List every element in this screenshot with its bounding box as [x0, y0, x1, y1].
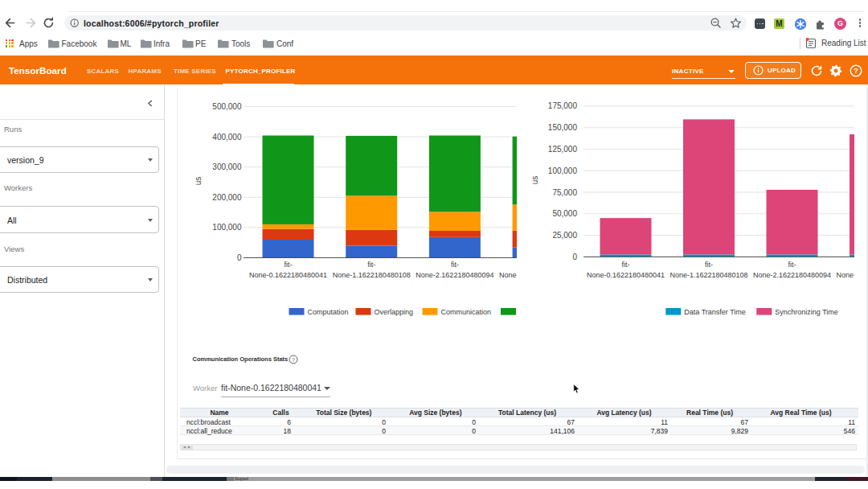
svg-text:0: 0 — [572, 253, 577, 261]
svg-text:500,000: 500,000 — [212, 102, 242, 111]
svg-text:?: ? — [854, 67, 858, 75]
svg-text:fit-: fit- — [705, 261, 713, 269]
svg-text:None-1.1622180480108: None-1.1622180480108 — [333, 271, 411, 279]
svg-text:None-0.1622180480041: None-0.1622180480041 — [587, 271, 665, 279]
svg-text:0: 0 — [237, 253, 242, 262]
svg-text:50,000: 50,000 — [552, 209, 577, 218]
svg-text:300,000: 300,000 — [212, 162, 242, 171]
svg-text:fit-: fit- — [367, 261, 375, 269]
svg-text:Overlapping: Overlapping — [375, 308, 414, 316]
svg-text:125,000: 125,000 — [548, 145, 578, 154]
svg-text:Computation: Computation — [308, 308, 349, 316]
svg-text:us: us — [194, 177, 203, 186]
svg-text:Data Transfer Time: Data Transfer Time — [684, 308, 746, 316]
svg-text:200,000: 200,000 — [212, 193, 242, 202]
svg-text:Synchronizing Time: Synchronizing Time — [775, 308, 838, 316]
svg-text:fit-: fit- — [451, 261, 459, 269]
svg-text:fit-: fit- — [622, 261, 630, 269]
svg-text:25,000: 25,000 — [552, 231, 577, 240]
svg-text:None-2.1622180480094: None-2.1622180480094 — [753, 271, 831, 279]
svg-text:fit-: fit- — [788, 261, 796, 269]
svg-text:100,000: 100,000 — [548, 166, 578, 175]
svg-text:400,000: 400,000 — [212, 133, 242, 142]
svg-text:75,000: 75,000 — [552, 188, 577, 197]
svg-text:fit-: fit- — [285, 261, 293, 269]
svg-text:us: us — [530, 176, 539, 185]
svg-text:150,000: 150,000 — [548, 123, 578, 132]
svg-text:None-2.1622180480094: None-2.1622180480094 — [416, 271, 493, 279]
svg-text:Communication: Communication — [441, 308, 492, 316]
svg-text:None-3.1622180480045: None-3.1622180480045 — [836, 271, 854, 279]
svg-text:None-1.1622180480108: None-1.1622180480108 — [669, 271, 747, 279]
svg-text:175,000: 175,000 — [548, 101, 578, 110]
svg-text:100,000: 100,000 — [212, 223, 242, 232]
svg-text:None-3.1622180480045: None-3.1622180480045 — [499, 271, 517, 279]
svg-text:None-0.1622180480041: None-0.1622180480041 — [249, 271, 327, 279]
svg-text:?: ? — [292, 357, 295, 363]
